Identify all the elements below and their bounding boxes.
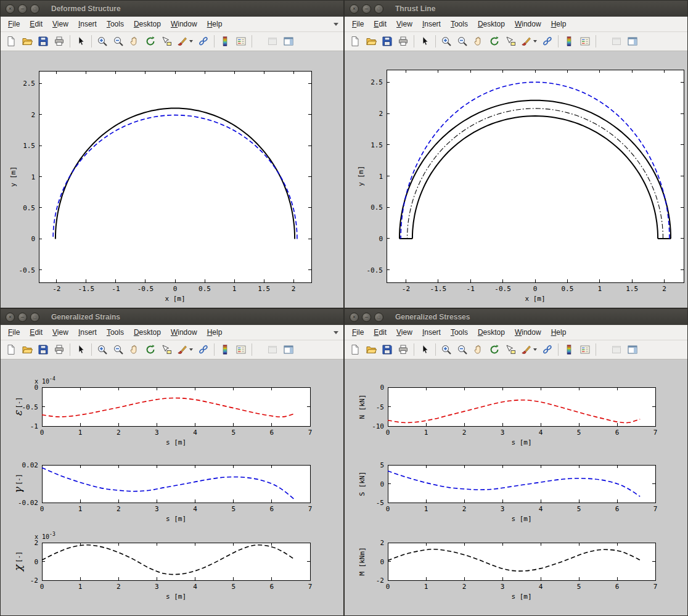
titlebar[interactable]: Thrust Line	[345, 1, 687, 17]
brush-data-button[interactable]	[174, 33, 195, 49]
print-figure-button[interactable]	[51, 33, 67, 49]
new-figure-button[interactable]	[3, 33, 19, 49]
close-button[interactable]	[350, 4, 359, 14]
save-figure-button[interactable]	[35, 342, 51, 358]
zoom-out-button[interactable]	[454, 342, 470, 358]
menu-tools[interactable]: Tools	[446, 17, 473, 31]
menu-file[interactable]: File	[347, 17, 369, 31]
zoom-out-button[interactable]	[110, 342, 126, 358]
menu-view[interactable]: View	[47, 325, 73, 340]
titlebar[interactable]: Generalized Stresses	[345, 309, 687, 325]
menu-help[interactable]: Help	[546, 325, 571, 340]
rotate-3d-button[interactable]	[142, 342, 158, 358]
menu-desktop[interactable]: Desktop	[129, 325, 166, 340]
pan-button[interactable]	[126, 33, 142, 49]
titlebar[interactable]: Generalized Strains	[1, 309, 343, 325]
open-file-button[interactable]	[19, 342, 35, 358]
close-button[interactable]	[6, 313, 15, 322]
menu-insert[interactable]: Insert	[73, 17, 102, 31]
zoom-out-button[interactable]	[110, 33, 126, 49]
zoom-out-button[interactable]	[454, 33, 470, 49]
rotate-3d-button[interactable]	[142, 33, 158, 49]
menu-window[interactable]: Window	[510, 325, 546, 340]
menu-window[interactable]: Window	[166, 17, 202, 31]
new-figure-button[interactable]	[347, 33, 363, 49]
new-figure-button[interactable]	[3, 342, 19, 358]
menu-desktop[interactable]: Desktop	[473, 17, 510, 31]
edit-plot-button[interactable]	[417, 33, 433, 49]
insert-legend-button[interactable]	[577, 33, 593, 49]
link-plot-button[interactable]	[539, 33, 555, 49]
menu-edit[interactable]: Edit	[25, 17, 47, 31]
edit-plot-button[interactable]	[73, 33, 89, 49]
save-figure-button[interactable]	[379, 33, 395, 49]
data-cursor-button[interactable]	[158, 342, 174, 358]
new-figure-button[interactable]	[347, 342, 363, 358]
close-button[interactable]	[350, 313, 359, 322]
titlebar[interactable]: Deformed Structure	[1, 1, 343, 17]
pan-button[interactable]	[126, 342, 142, 358]
menu-desktop[interactable]: Desktop	[129, 17, 166, 31]
menu-tools[interactable]: Tools	[446, 325, 473, 340]
menu-edit[interactable]: Edit	[25, 325, 47, 340]
menu-help[interactable]: Help	[202, 17, 227, 31]
close-button[interactable]	[6, 4, 15, 14]
link-plot-button[interactable]	[195, 33, 211, 49]
pan-button[interactable]	[470, 342, 486, 358]
insert-colorbar-button[interactable]	[217, 342, 233, 358]
insert-colorbar-button[interactable]	[561, 33, 577, 49]
brush-dropdown-icon[interactable]	[189, 40, 193, 43]
save-figure-button[interactable]	[379, 342, 395, 358]
menu-file[interactable]: File	[347, 325, 369, 340]
brush-dropdown-icon[interactable]	[189, 348, 193, 351]
minimize-button[interactable]	[362, 313, 371, 322]
maximize-button[interactable]	[374, 4, 383, 14]
open-file-button[interactable]	[363, 342, 379, 358]
menu-view[interactable]: View	[47, 17, 73, 31]
minimize-button[interactable]	[18, 313, 27, 322]
insert-legend-button[interactable]	[233, 33, 249, 49]
insert-legend-button[interactable]	[233, 342, 249, 358]
menu-window[interactable]: Window	[166, 325, 202, 340]
menu-desktop[interactable]: Desktop	[473, 325, 510, 340]
menu-overflow-icon[interactable]	[334, 23, 338, 26]
save-figure-button[interactable]	[35, 33, 51, 49]
menu-file[interactable]: File	[3, 325, 25, 340]
zoom-in-button[interactable]	[438, 33, 454, 49]
zoom-in-button[interactable]	[438, 342, 454, 358]
minimize-button[interactable]	[18, 4, 27, 14]
brush-data-button[interactable]	[518, 33, 539, 49]
data-cursor-button[interactable]	[502, 33, 518, 49]
menu-edit[interactable]: Edit	[369, 325, 391, 340]
menu-insert[interactable]: Insert	[417, 17, 446, 31]
menu-edit[interactable]: Edit	[369, 17, 391, 31]
show-plot-tools-button[interactable]	[625, 33, 641, 49]
show-plot-tools-button[interactable]	[625, 342, 641, 358]
edit-plot-button[interactable]	[73, 342, 89, 358]
data-cursor-button[interactable]	[158, 33, 174, 49]
data-cursor-button[interactable]	[502, 342, 518, 358]
menu-window[interactable]: Window	[510, 17, 546, 31]
menu-file[interactable]: File	[3, 17, 25, 31]
menu-insert[interactable]: Insert	[417, 325, 446, 340]
zoom-in-button[interactable]	[94, 33, 110, 49]
show-plot-tools-button[interactable]	[281, 33, 297, 49]
zoom-in-button[interactable]	[94, 342, 110, 358]
menu-view[interactable]: View	[391, 17, 417, 31]
print-figure-button[interactable]	[395, 342, 411, 358]
menu-help[interactable]: Help	[546, 17, 571, 31]
pan-button[interactable]	[470, 33, 486, 49]
brush-dropdown-icon[interactable]	[533, 348, 537, 351]
menu-insert[interactable]: Insert	[73, 325, 102, 340]
print-figure-button[interactable]	[51, 342, 67, 358]
edit-plot-button[interactable]	[417, 342, 433, 358]
maximize-button[interactable]	[30, 4, 39, 14]
open-file-button[interactable]	[19, 33, 35, 49]
print-figure-button[interactable]	[395, 33, 411, 49]
brush-data-button[interactable]	[174, 342, 195, 358]
insert-legend-button[interactable]	[577, 342, 593, 358]
menu-help[interactable]: Help	[202, 325, 227, 340]
rotate-3d-button[interactable]	[486, 342, 502, 358]
link-plot-button[interactable]	[539, 342, 555, 358]
open-file-button[interactable]	[363, 33, 379, 49]
